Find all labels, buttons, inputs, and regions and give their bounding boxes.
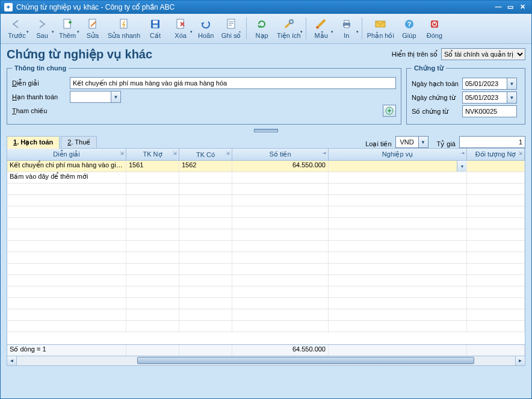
table-row[interactable] bbox=[7, 275, 525, 286]
pin-icon: ⇥ bbox=[460, 150, 465, 156]
edit-button[interactable]: Sửa bbox=[80, 16, 105, 41]
scroll-thumb[interactable] bbox=[137, 357, 474, 364]
splitter-bar bbox=[1, 128, 531, 133]
chevron-down-icon[interactable]: ▼ bbox=[111, 91, 121, 103]
print-button[interactable]: In bbox=[334, 16, 359, 40]
desc-input[interactable] bbox=[70, 77, 396, 89]
floppy-icon bbox=[149, 17, 162, 31]
svg-rect-1 bbox=[89, 19, 96, 28]
col-dobj[interactable]: Đối tượng Nợ⇲ bbox=[467, 149, 525, 160]
close-window-button[interactable]: ✕ bbox=[517, 3, 528, 11]
feedback-button[interactable]: Phản hồi bbox=[365, 16, 397, 41]
ledger-icon bbox=[224, 17, 238, 31]
scroll-track[interactable] bbox=[17, 356, 515, 365]
general-legend: Thông tin chung bbox=[12, 64, 69, 72]
window-title: Chứng từ nghiệp vụ khác - Công ty cổ phầ… bbox=[16, 3, 492, 11]
col-credit[interactable]: TK Có⇲ bbox=[179, 149, 232, 160]
footer-sum-amount: 64.550.000 bbox=[232, 345, 329, 356]
table-row[interactable] bbox=[7, 264, 525, 275]
ref-label: Tham chiếu bbox=[12, 107, 70, 115]
delete-button[interactable]: Xóa bbox=[168, 16, 193, 40]
document-flash-icon bbox=[117, 17, 131, 31]
save-button[interactable]: Cất bbox=[143, 16, 168, 41]
table-row[interactable] bbox=[7, 195, 525, 206]
cell-op[interactable]: ▾ bbox=[329, 161, 467, 172]
voucher-date-input[interactable] bbox=[462, 91, 507, 104]
next-button[interactable]: Sau bbox=[29, 16, 55, 40]
add-button[interactable]: Thêm bbox=[55, 16, 80, 40]
voucher-date-label: Ngày chứng từ bbox=[412, 94, 462, 102]
posted-date-combo[interactable]: ▼ bbox=[462, 78, 517, 90]
currency-input[interactable] bbox=[395, 136, 418, 148]
tab-accounting[interactable]: 1. Hạch toán bbox=[7, 136, 60, 149]
help-button[interactable]: ? Giúp bbox=[397, 16, 422, 40]
document-edit-icon bbox=[86, 17, 99, 31]
ref-add-button[interactable] bbox=[383, 105, 396, 117]
prev-button[interactable]: Trước bbox=[4, 16, 29, 41]
template-button[interactable]: Mẫu bbox=[309, 16, 334, 41]
posted-date-input[interactable] bbox=[462, 78, 507, 90]
table-row[interactable] bbox=[7, 206, 525, 218]
col-debit[interactable]: TK Nợ⇲ bbox=[126, 149, 179, 160]
table-row[interactable] bbox=[7, 218, 525, 229]
chevron-down-icon[interactable]: ▼ bbox=[418, 136, 428, 148]
table-row[interactable] bbox=[7, 298, 525, 309]
table-row[interactable] bbox=[7, 184, 525, 195]
col-op[interactable]: Nghiệp vụ⇥ bbox=[329, 149, 467, 160]
entries-grid: Diễn giải⇲ TK Nợ⇲ TK Có⇲ Số tiền⇥ Nghiệp… bbox=[7, 148, 525, 356]
table-row[interactable]: Kết chuyển chi phí mua hàng vào giá m 15… bbox=[7, 161, 525, 172]
utilities-button[interactable]: Tiện ích bbox=[274, 16, 303, 41]
undo-button[interactable]: Hoãn bbox=[193, 16, 218, 40]
scroll-right-button[interactable]: ► bbox=[515, 356, 525, 365]
cell-dobj[interactable] bbox=[467, 161, 525, 172]
minimize-button[interactable]: — bbox=[493, 3, 504, 11]
general-fieldset: Thông tin chung Diễn giải Hạn thanh toán… bbox=[7, 64, 401, 125]
display-on-select[interactable]: Sổ tài chính và quản trị bbox=[441, 48, 525, 60]
cell-amount[interactable]: 64.550.000 bbox=[232, 161, 329, 172]
cell-credit[interactable]: 1562 bbox=[179, 161, 232, 172]
rate-input[interactable] bbox=[459, 136, 525, 148]
cell-desc[interactable]: Kết chuyển chi phí mua hàng vào giá m bbox=[7, 161, 126, 172]
load-button[interactable]: Nạp bbox=[249, 16, 274, 41]
paydue-combo[interactable]: ▼ bbox=[70, 91, 121, 103]
table-row[interactable] bbox=[7, 286, 525, 298]
currency-combo[interactable]: ▼ bbox=[395, 136, 428, 148]
col-desc[interactable]: Diễn giải⇲ bbox=[7, 149, 126, 160]
grid-footer: Số dòng = 1 64.550.000 bbox=[7, 344, 525, 356]
voucher-date-combo[interactable]: ▼ bbox=[462, 91, 517, 104]
plus-circle-icon bbox=[385, 107, 394, 115]
desc-label: Diễn giải bbox=[12, 79, 70, 87]
svg-rect-4 bbox=[153, 20, 158, 23]
scroll-left-button[interactable]: ◄ bbox=[7, 356, 17, 365]
quick-edit-button[interactable]: Sửa nhanh bbox=[105, 16, 143, 41]
table-row[interactable] bbox=[7, 241, 525, 252]
chevron-down-icon[interactable]: ▾ bbox=[457, 161, 466, 172]
voucher-no-input[interactable] bbox=[462, 105, 517, 117]
cell-debit[interactable]: 1561 bbox=[126, 161, 179, 172]
grid-body[interactable]: Kết chuyển chi phí mua hàng vào giá m 15… bbox=[7, 161, 525, 344]
maximize-button[interactable]: ▭ bbox=[505, 3, 516, 11]
ruler-icon bbox=[315, 17, 328, 31]
display-on-label: Hiển thị trên sổ bbox=[392, 51, 438, 58]
chevron-down-icon[interactable]: ▼ bbox=[507, 91, 517, 104]
grid-header: Diễn giải⇲ TK Nợ⇲ TK Có⇲ Số tiền⇥ Nghiệp… bbox=[7, 149, 525, 161]
table-row[interactable] bbox=[7, 321, 525, 332]
table-row[interactable] bbox=[7, 252, 525, 264]
new-row-hint[interactable]: Bấm vào đây để thêm mới bbox=[7, 172, 525, 184]
splitter-grip[interactable] bbox=[254, 129, 278, 132]
close-button[interactable]: Đóng bbox=[422, 16, 447, 40]
paydue-input[interactable] bbox=[70, 91, 111, 103]
refresh-icon bbox=[255, 17, 268, 31]
tools-icon bbox=[282, 17, 295, 31]
table-row[interactable] bbox=[7, 309, 525, 321]
voucher-fieldset: Chứng từ Ngày hạch toán ▼ Ngày chứng từ … bbox=[406, 64, 525, 125]
arrow-left-icon bbox=[10, 17, 23, 31]
chevron-down-icon[interactable]: ▼ bbox=[507, 78, 517, 90]
tab-tax[interactable]: 2. Thuế bbox=[61, 136, 97, 148]
post-button[interactable]: Ghi sổ bbox=[218, 16, 244, 41]
svg-rect-5 bbox=[153, 25, 158, 28]
horizontal-scrollbar[interactable]: ◄ ► bbox=[7, 356, 525, 366]
toolbar-separator bbox=[306, 17, 306, 39]
col-amount[interactable]: Số tiền⇥ bbox=[232, 149, 329, 160]
table-row[interactable] bbox=[7, 229, 525, 241]
